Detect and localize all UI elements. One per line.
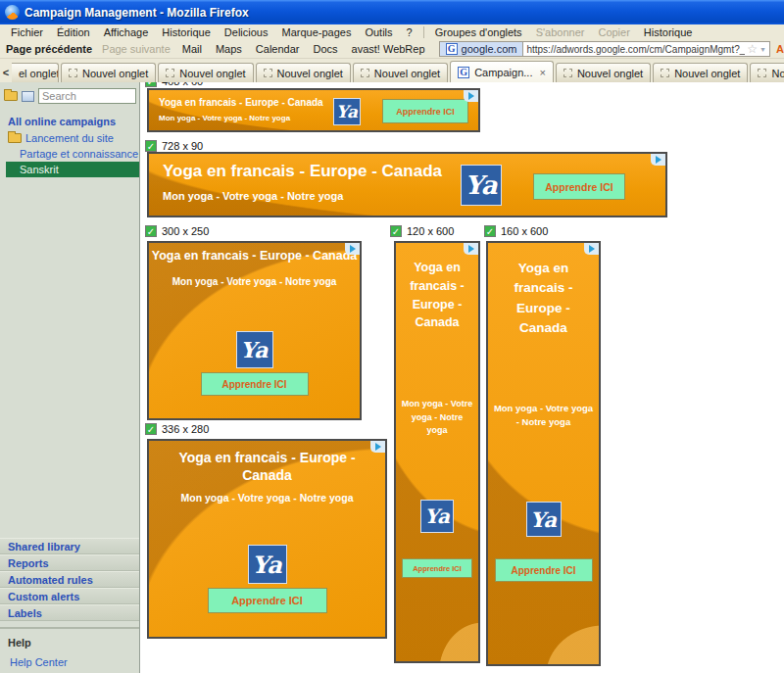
adchoices-icon[interactable]	[345, 243, 360, 255]
folder-icon[interactable]	[4, 91, 18, 101]
section-reports[interactable]: Reports	[0, 554, 139, 571]
bookmark-avast-webrep[interactable]: avast! WebRep	[352, 43, 425, 55]
checkbox-checked-icon[interactable]: ✓	[145, 140, 157, 152]
section-labels[interactable]: Labels	[0, 604, 139, 621]
ad-title: Yoga en francais - Europe - Canada	[157, 449, 377, 484]
pages-icon[interactable]	[22, 91, 34, 102]
adchoices-icon[interactable]	[464, 243, 478, 255]
ad-tagline: Mon yoga - Votre yoga - Notre yoga	[163, 190, 343, 202]
menu-edition[interactable]: Édition	[50, 26, 97, 38]
campaigns-sidebar: All online campaigns Lancement du site P…	[0, 82, 140, 673]
ad-title: Yoga en francais - Europe - Canada	[149, 249, 360, 263]
tab-label: Nouvel onglet	[674, 68, 740, 79]
navigation-toolbar: Page précédente Page suivante Mail Maps …	[0, 40, 784, 59]
bookmark-star-icon[interactable]: ☆	[747, 43, 758, 55]
checkbox-checked-icon[interactable]: ✓	[145, 82, 157, 87]
google-favicon: G	[458, 67, 469, 78]
bookmark-mail[interactable]: Mail	[182, 43, 202, 55]
tree-item-partage-et-connaissance[interactable]: Partage et connaissance	[0, 146, 139, 162]
adchoices-icon[interactable]	[464, 90, 478, 102]
menu-marque-pages[interactable]: Marque-pages	[275, 26, 359, 38]
menu-copier: Copier	[591, 26, 636, 38]
tab-campaign-management[interactable]: G Campaign... ×	[450, 61, 554, 82]
search-engine-chip[interactable]: G google.com	[439, 41, 523, 57]
bookmark-calendar[interactable]: Calendar	[256, 43, 300, 55]
ad-size-row-160x600: ✓ 160 x 600	[484, 225, 548, 237]
tab-strip: < el onglet Nouvel onglet Nouvel onglet …	[0, 59, 784, 82]
ad-cta-button[interactable]: Apprendre ICI	[382, 99, 468, 123]
section-automated-rules[interactable]: Automated rules	[0, 571, 139, 588]
ad-cta-button[interactable]: Apprendre ICI	[201, 372, 309, 396]
new-tab-icon	[758, 69, 766, 77]
tree-all-online-campaigns[interactable]: All online campaigns	[0, 114, 139, 130]
menu-delicious[interactable]: Delicious	[218, 26, 275, 38]
ad-preview-160x600: Yoga en francais - Europe - Canada Mon y…	[486, 241, 601, 666]
campaign-tree: All online campaigns Lancement du site P…	[0, 108, 139, 177]
new-tab-icon	[264, 69, 272, 77]
tab-nouvel-onglet-6[interactable]: Nouvel onglet	[556, 63, 651, 82]
ad-preview-area: ✓ 468 x 60 Yoga en francais - Europe - C…	[141, 82, 784, 673]
ad-size-label: 728 x 90	[162, 140, 203, 152]
tab-nouvel-onglet-3[interactable]: Nouvel onglet	[256, 63, 351, 82]
tab-label: Nouvel onglet	[82, 68, 148, 79]
tree-item-label: Partage et connaissance	[20, 148, 138, 160]
checkbox-checked-icon[interactable]: ✓	[145, 225, 157, 237]
tab-scroll-left-icon[interactable]: <	[0, 67, 12, 82]
adchoices-icon[interactable]	[651, 154, 665, 166]
yoga-logo: Ya	[526, 502, 562, 537]
tab-close-icon[interactable]: ×	[539, 67, 545, 78]
new-tab-icon	[564, 69, 572, 77]
back-button[interactable]: Page précédente	[6, 43, 92, 55]
adchoices-icon[interactable]	[370, 441, 385, 453]
help-panel: Help Help Center Go	[0, 627, 139, 673]
ad-preview-120x600: Yoga en francais - Europe - Canada Mon y…	[394, 241, 480, 663]
ad-preview-728x90: Yoga en francais - Europe - Canada Mon y…	[147, 152, 667, 217]
tab-nouvel-onglet-7[interactable]: Nouvel onglet	[653, 63, 748, 82]
tab-nouvel-onglet-4[interactable]: Nouvel onglet	[353, 63, 448, 82]
checkbox-checked-icon[interactable]: ✓	[390, 225, 402, 237]
url-bar[interactable]: ☆ ▼	[522, 41, 770, 57]
menu-historique[interactable]: Historique	[155, 26, 218, 38]
menu-outils[interactable]: Outils	[358, 26, 399, 38]
bookmark-maps[interactable]: Maps	[216, 43, 242, 55]
sidebar-search-row	[0, 82, 139, 108]
menu-aide[interactable]: ?	[400, 26, 419, 38]
tab-nouvel-onglet-8[interactable]: Nouvel onglet	[750, 63, 784, 82]
ad-cta-button[interactable]: Apprendre ICI	[402, 558, 472, 578]
campaign-search-input[interactable]	[38, 88, 136, 104]
tree-item-label: Sanskrit	[20, 164, 59, 175]
yoga-logo: Ya	[461, 165, 502, 206]
ad-tagline: Mon yoga - Votre yoga - Notre yoga	[492, 402, 595, 429]
tab-nouvel-onglet-1[interactable]: Nouvel onglet	[61, 63, 156, 82]
menu-fichier[interactable]: Fichier	[4, 26, 50, 38]
help-center-link[interactable]: Help Center	[0, 649, 139, 668]
section-custom-alerts[interactable]: Custom alerts	[0, 588, 139, 604]
url-dropdown-icon[interactable]: ▼	[760, 46, 766, 53]
section-shared-library[interactable]: Shared library	[0, 538, 139, 554]
google-icon: G	[446, 43, 458, 55]
tab-label: Campaign...	[474, 67, 532, 78]
new-tab-icon	[361, 69, 369, 77]
tab-label: Nouvel onglet	[577, 68, 643, 79]
menu-historique-2[interactable]: Historique	[637, 26, 700, 38]
tab-nouvel-onglet-2[interactable]: Nouvel onglet	[158, 63, 253, 82]
window-titlebar: Campaign Management - Mozilla Firefox	[0, 0, 784, 24]
bookmark-docs[interactable]: Docs	[313, 43, 337, 55]
ad-size-label: 160 x 600	[501, 225, 548, 237]
ad-cta-button[interactable]: Apprendre ICI	[533, 173, 625, 200]
url-input[interactable]	[526, 44, 745, 55]
tree-item-sanskrit-selected[interactable]: Sanskrit	[6, 162, 139, 177]
ad-cta-button[interactable]: Apprendre ICI	[208, 588, 327, 613]
tree-item-lancement-du-site[interactable]: Lancement du site	[0, 130, 139, 146]
ad-preview-336x280: Yoga en francais - Europe - Canada Mon y…	[147, 439, 387, 639]
menu-groupes-onglets[interactable]: Groupes d'onglets	[428, 26, 529, 38]
yoga-logo: Ya	[420, 500, 454, 533]
ad-cta-button[interactable]: Apprendre ICI	[495, 558, 593, 582]
tab-nouvel-onglet-0[interactable]: el onglet	[12, 63, 59, 82]
menu-affichage[interactable]: Affichage	[97, 26, 156, 38]
adchoices-icon[interactable]	[584, 243, 599, 255]
checkbox-checked-icon[interactable]: ✓	[145, 423, 157, 435]
checkbox-checked-icon[interactable]: ✓	[484, 225, 496, 237]
ad-tagline: Mon yoga - Votre yoga - Notre yoga	[149, 492, 385, 504]
help-search-row: Go	[0, 668, 139, 673]
